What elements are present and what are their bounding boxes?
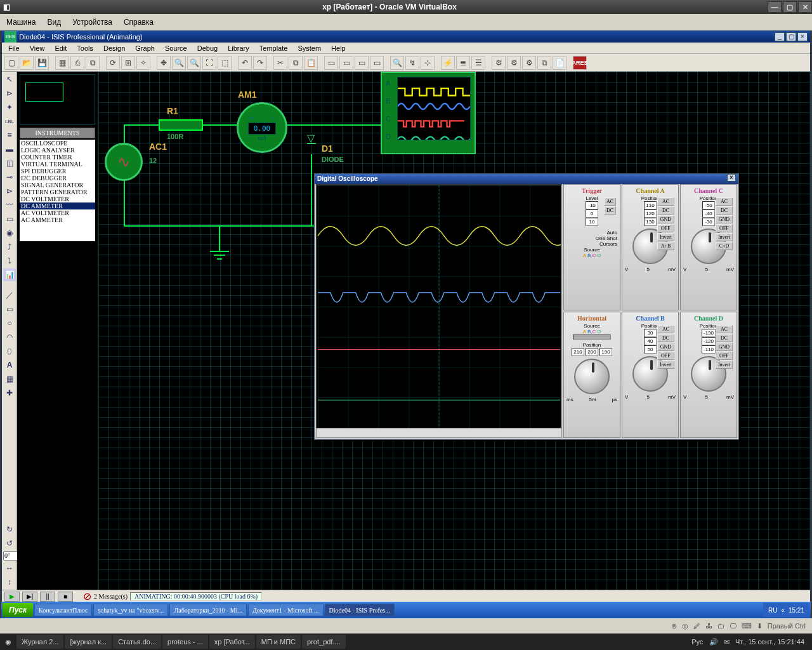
coupling-button[interactable]: GND (716, 215, 733, 223)
coupling-button[interactable]: DC (716, 334, 733, 342)
horiz-pos-spinner[interactable]: 210 200 190 (572, 348, 612, 356)
coupling-button[interactable]: AC (716, 325, 733, 333)
junction-mode-icon[interactable]: ✦ (3, 101, 16, 114)
instrument-item[interactable]: VIRTUAL TERMINAL (20, 161, 95, 168)
undo-icon[interactable]: ↶ (238, 56, 252, 70)
step-button[interactable]: ▶| (22, 592, 37, 602)
instrument-item[interactable]: SIGNAL GENERATOR (20, 182, 95, 189)
terminal-mode-icon[interactable]: ⊸ (3, 171, 16, 183)
source-ac1[interactable]: ∿ (105, 143, 143, 181)
pause-button[interactable]: || (40, 592, 55, 602)
play-button[interactable]: ▶ (4, 592, 20, 602)
menu-view[interactable]: View (26, 43, 49, 53)
start-button[interactable]: Пуск (3, 603, 33, 617)
area-icon[interactable]: ▦ (55, 56, 69, 70)
osc-close-button[interactable]: × (727, 174, 736, 182)
lang-indicator[interactable]: RU (768, 607, 777, 614)
print-icon[interactable]: ⎙ (70, 56, 84, 70)
route-icon[interactable]: ↯ (405, 56, 419, 70)
maximize-button[interactable]: ▢ (783, 1, 797, 13)
trigger-auto[interactable]: Auto (566, 230, 617, 235)
instrument-item[interactable]: AC VOLTMETER (20, 209, 95, 216)
arc-icon[interactable]: ◠ (3, 331, 16, 343)
host-task-item[interactable]: Журнал 2... (16, 635, 63, 649)
coupling-button[interactable]: OFF (716, 224, 733, 232)
block4-icon[interactable]: ▭ (370, 56, 384, 70)
trigger-level-spinner[interactable]: -10 (586, 201, 598, 209)
netlist-icon[interactable]: ≣ (456, 56, 470, 70)
stop-button[interactable]: ■ (58, 592, 73, 602)
resistor-r1[interactable] (159, 119, 203, 131)
menu-system[interactable]: System (294, 43, 325, 53)
fliph-icon[interactable]: ↔ (3, 562, 16, 574)
origin-icon[interactable]: ✧ (136, 56, 150, 70)
instrument-item[interactable]: OSCILLOSCOPE (20, 140, 95, 147)
new-icon[interactable]: ▢ (4, 56, 18, 70)
oscilloscope-component[interactable]: A B C D (381, 72, 476, 154)
zoomout-icon[interactable]: 🔍 (187, 56, 201, 70)
instrument-item[interactable]: DC VOLTMETER (20, 196, 95, 202)
minimize-button[interactable]: — (768, 1, 782, 13)
inst-mode-icon[interactable]: 📊 (3, 269, 16, 281)
system-tray[interactable]: RU « 15:21 (763, 603, 809, 617)
taskbar-item[interactable]: Документ1 - Microsoft ... (248, 604, 324, 616)
mode-toolbar[interactable]: ↖ ⊳ ✦ LBL ≡ ▬ ◫ ⊸ ⊳ 〰 ▭ ◉ ⤴ ⤵ 📊 ／ ▭ ○ ◠ … (2, 72, 17, 590)
line-icon[interactable]: ／ (3, 289, 16, 302)
host-task-item[interactable]: МП и МПС (256, 635, 301, 649)
coupling-button[interactable]: DC (657, 206, 674, 215)
marker-icon[interactable]: ✚ (3, 387, 16, 399)
rotation-input[interactable] (3, 551, 18, 560)
trigger-cursors[interactable]: Cursors (566, 241, 617, 247)
host-task-item[interactable]: Статья.do... (113, 635, 161, 649)
cfg2-icon[interactable]: ⚙ (507, 56, 521, 70)
ubuntu-icon[interactable]: ◉ (1, 638, 15, 646)
coupling-button[interactable]: DC (716, 206, 733, 215)
instrument-item[interactable]: PATTERN GENERATOR (20, 189, 95, 196)
block3-icon[interactable]: ▭ (355, 56, 369, 70)
instrument-item[interactable]: DC AMMETER (20, 202, 95, 209)
instrument-item[interactable]: SPI DEBUGGER (20, 168, 95, 175)
coupling-button[interactable]: OFF (716, 352, 733, 360)
osc-screen[interactable] (316, 184, 562, 429)
symbol-icon[interactable]: ▦ (3, 373, 16, 385)
cfg5-icon[interactable]: 📄 (553, 56, 566, 70)
coupling-button[interactable]: GND (657, 343, 674, 351)
osc-titlebar[interactable]: Digital Oscilloscope × (315, 174, 738, 184)
search-icon[interactable]: 🔍 (390, 56, 404, 70)
sub-mode-icon[interactable]: ◫ (3, 157, 16, 169)
rect-icon[interactable]: ▭ (3, 303, 16, 315)
coupling-button[interactable]: Invert (657, 233, 674, 241)
cfg3-icon[interactable]: ⚙ (522, 56, 536, 70)
osc-h-scrollbar[interactable] (316, 428, 562, 438)
isis-toolbar[interactable]: ▢ 📂 💾 ▦ ⎙ ⧉ ⟳ ⊞ ✧ ✥ 🔍 🔍 ⛶ ⬚ ↶ ↷ ✂ ⧉ 📋 ▭ … (2, 54, 810, 72)
diode-symbol[interactable]: ▽ (307, 132, 316, 144)
zoomall-icon[interactable]: ⛶ (202, 56, 216, 70)
messages-label[interactable]: 2 Message(s) (94, 593, 128, 600)
probe2-mode-icon[interactable]: ⤵ (3, 255, 16, 267)
instrument-item[interactable]: COUNTER TIMER (20, 154, 95, 161)
chc-pos-spinner[interactable]: -50 (702, 201, 715, 209)
host-task-item[interactable]: prot_pdf.... (302, 635, 346, 649)
close-button[interactable]: ✕ (798, 1, 812, 13)
tape-mode-icon[interactable]: ▭ (3, 213, 16, 225)
menu-library[interactable]: Library (224, 43, 253, 53)
ares-icon[interactable]: ARES (573, 56, 587, 70)
gen-mode-icon[interactable]: ◉ (3, 227, 16, 239)
schematic-overview[interactable] (20, 74, 95, 125)
coupling-button[interactable]: OFF (657, 224, 674, 232)
coupling-button[interactable]: C+D (716, 242, 733, 250)
schematic-canvas[interactable]: R1 100R AM1 + − 0.00 mA AC1 ∿ 12 ▽ D1 DI… (98, 72, 810, 590)
copy-icon[interactable]: ⧉ (289, 56, 303, 70)
menu-design[interactable]: Design (100, 43, 129, 53)
select-mode-icon[interactable]: ↖ (3, 73, 16, 86)
host-task-item[interactable]: xp [Работ... (209, 635, 255, 649)
rotcw-icon[interactable]: ↻ (3, 523, 16, 536)
taskbar-item[interactable]: sohatyk_yv на "vboxsrv... (93, 604, 168, 616)
isis-menubar[interactable]: FileViewEditToolsDesignGraphSourceDebugL… (2, 43, 810, 54)
instrument-item[interactable]: I2C DEBUGGER (20, 175, 95, 182)
app-close-button[interactable]: × (797, 32, 808, 41)
menu-edit[interactable]: Edit (51, 43, 70, 53)
menu-tools[interactable]: Tools (73, 43, 97, 53)
app-minimize-button[interactable]: _ (775, 32, 785, 41)
menu-file[interactable]: File (4, 43, 23, 53)
